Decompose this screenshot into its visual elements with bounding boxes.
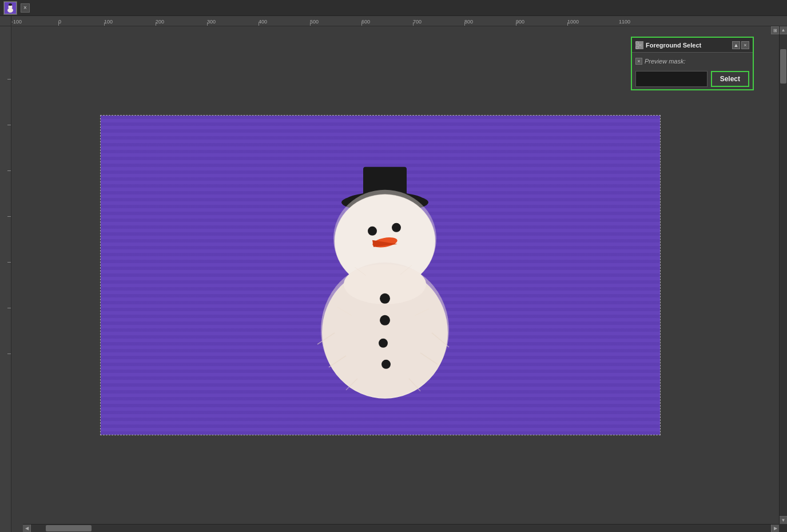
- color-swatch: [635, 71, 707, 87]
- svg-point-10: [368, 227, 377, 236]
- preview-mask-row: × Preview mask:: [635, 55, 749, 68]
- dialog-body: × Preview mask: Select: [632, 53, 753, 89]
- svg-point-20: [381, 360, 391, 369]
- image-canvas: [100, 115, 661, 435]
- scrollbar-right-arrow[interactable]: ▶: [771, 525, 779, 532]
- main-area: -100 0 100 200 300 400 500 600 700: [0, 26, 787, 532]
- vertical-scrollbar[interactable]: ▲ ▼: [779, 26, 787, 524]
- scrollbar-up-arrow[interactable]: ▲: [780, 26, 787, 34]
- scrollbar-left-arrow[interactable]: ◀: [23, 525, 31, 532]
- snowman-svg: [300, 138, 460, 402]
- svg-point-31: [636, 41, 639, 44]
- dialog-close-button[interactable]: ×: [741, 41, 749, 49]
- titlebar: ×: [0, 0, 787, 16]
- svg-point-3: [9, 3, 12, 6]
- preview-close-button[interactable]: ×: [635, 58, 642, 65]
- titlebar-thumbnail: [3, 1, 17, 15]
- snowman-scene: [101, 116, 660, 435]
- scrollbar-thumb-v[interactable]: [780, 49, 786, 84]
- scrollbar-corner: [779, 524, 787, 532]
- svg-point-18: [380, 315, 390, 325]
- dialog-up-button[interactable]: ▲: [732, 41, 740, 49]
- vertical-ruler: -100 0 100 200 300 400 500 600 700: [0, 26, 11, 532]
- svg-point-11: [392, 223, 401, 232]
- dialog-title-bar: Foreground Select ▲ ×: [632, 38, 753, 53]
- svg-point-17: [380, 293, 390, 304]
- horizontal-ruler: -100 0 100 200 300 400 500 600 700 800 9…: [0, 16, 787, 26]
- dialog-bottom-row: Select: [635, 71, 749, 87]
- dialog-title-buttons: ▲ ×: [732, 41, 749, 49]
- scrollbar-thumb-h[interactable]: [46, 525, 92, 531]
- preview-mask-label: Preview mask:: [645, 58, 686, 65]
- select-button[interactable]: Select: [711, 71, 749, 87]
- scrollbar-down-arrow[interactable]: ▼: [780, 516, 787, 524]
- titlebar-close-button[interactable]: ×: [21, 3, 30, 13]
- svg-point-32: [636, 46, 639, 49]
- zoom-fit-button[interactable]: ⊞: [771, 26, 779, 34]
- scissors-icon: [635, 41, 643, 49]
- nav-arrows: ⊞: [771, 26, 779, 34]
- foreground-select-dialog: Foreground Select ▲ × × Preview mask: Se…: [631, 37, 754, 90]
- svg-point-19: [379, 339, 388, 348]
- horizontal-scrollbar[interactable]: ◀ ▶: [23, 524, 779, 532]
- canvas-area[interactable]: Foreground Select ▲ × × Preview mask: Se…: [11, 26, 787, 532]
- dialog-title-text: Foreground Select: [646, 42, 730, 49]
